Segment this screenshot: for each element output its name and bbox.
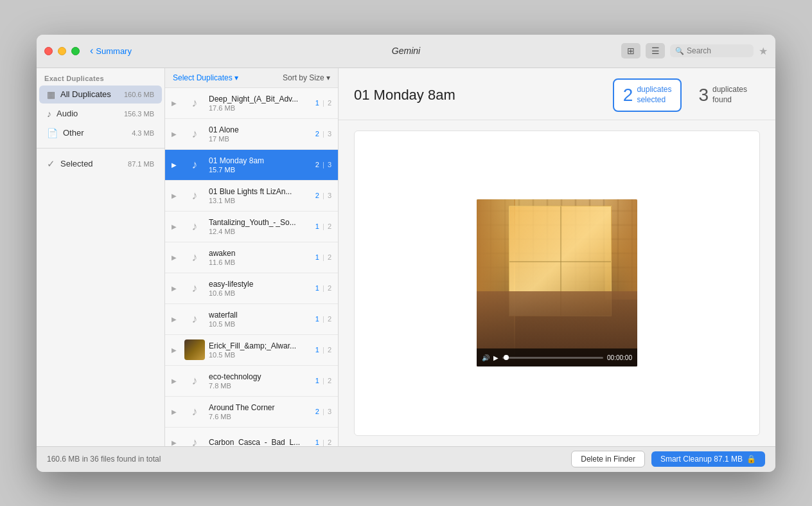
file-item-9[interactable]: ▶Erick_Fill_&amp;_Alwar...10.5 MB1 | 2: [165, 335, 338, 366]
expand-icon: ▶: [172, 192, 181, 199]
minimize-button[interactable]: [58, 47, 66, 55]
file-item-2[interactable]: ▶♪01 Alone17 MB2 | 3: [165, 119, 338, 150]
duplicates-found-box: 3 duplicates found: [689, 80, 760, 111]
expand-icon: ▶: [172, 377, 181, 384]
all-duplicates-size: 160.6 MB: [124, 91, 154, 98]
file-name: Deep_Night_(A_Bit_Adv...: [209, 95, 312, 104]
count-total: 2: [328, 315, 331, 323]
found-text: duplicates found: [712, 85, 751, 105]
select-duplicates-button[interactable]: Select Duplicates ▾: [173, 73, 238, 82]
music-note-icon: ♪: [192, 158, 198, 172]
count-total: 2: [328, 377, 331, 384]
status-text: 160.6 MB in 36 files found in total: [47, 455, 571, 464]
media-container: 🔊 ▶ 00:00:00: [354, 131, 760, 436]
file-size: 17.6 MB: [209, 104, 312, 112]
file-name: 01 Alone: [209, 125, 312, 134]
sidebar-item-all-duplicates[interactable]: ▦ All Duplicates 160.6 MB: [39, 86, 162, 104]
count-separator: |: [321, 222, 326, 230]
sidebar-item-label: All Duplicates: [60, 89, 119, 99]
count-total: 2: [328, 253, 331, 261]
sidebar-item-audio[interactable]: ♪ Audio 156.3 MB: [39, 105, 162, 123]
detail-title: 01 Monday 8am: [354, 87, 455, 104]
volume-icon[interactable]: 🔊: [482, 354, 490, 361]
expand-icon: ▶: [172, 254, 181, 261]
count-selected: 1: [315, 346, 319, 354]
selected-count: 2: [623, 85, 633, 105]
close-button[interactable]: [44, 47, 53, 55]
sidebar-item-other-label: Other: [63, 128, 127, 138]
titlebar-right: ⊞ ☰ 🔍 ★: [621, 43, 768, 59]
smart-cleanup-label: Smart Cleanup 87.1 MB: [660, 455, 743, 464]
file-item-3[interactable]: ▶♪01 Monday 8am15.7 MB2 | 3: [165, 150, 338, 181]
count-total: 2: [328, 99, 331, 107]
music-note-icon: ♪: [192, 282, 198, 295]
file-item-6[interactable]: ▶♪awaken11.6 MB1 | 2: [165, 242, 338, 273]
sidebar-item-other[interactable]: 📄 Other 4.3 MB: [39, 124, 162, 142]
count-selected: 2: [315, 192, 319, 199]
found-count: 3: [698, 85, 709, 105]
file-counts: 1 | 2: [315, 99, 331, 107]
file-item-4[interactable]: ▶♪01 Blue Lights ft LizAn...13.1 MB2 | 3: [165, 181, 338, 212]
fullscreen-button[interactable]: [71, 47, 80, 55]
music-note-icon: ♪: [192, 96, 198, 110]
file-info: 01 Monday 8am15.7 MB: [209, 156, 312, 174]
music-note-icon: ♪: [192, 189, 198, 203]
count-selected: 1: [315, 284, 319, 292]
expand-icon: ▶: [172, 161, 181, 168]
music-note-icon: ♪: [192, 312, 198, 326]
count-separator: |: [321, 161, 326, 168]
file-item-1[interactable]: ▶♪Deep_Night_(A_Bit_Adv...17.6 MB1 | 2: [165, 88, 338, 119]
file-item-8[interactable]: ▶♪waterfall10.5 MB1 | 2: [165, 304, 338, 335]
search-input[interactable]: [687, 46, 748, 55]
file-info: Deep_Night_(A_Bit_Adv...17.6 MB: [209, 95, 312, 112]
file-size: 7.6 MB: [209, 413, 312, 420]
progress-indicator: [504, 355, 509, 360]
app-window: ‹ Summary Gemini ⊞ ☰ 🔍 ★ Exact Duplicate…: [37, 35, 775, 472]
media-image: [477, 199, 637, 366]
back-button[interactable]: ‹ Summary: [90, 45, 132, 57]
sort-by-size-button[interactable]: Sort by Size ▾: [283, 73, 330, 82]
file-item-11[interactable]: ▶♪Around The Corner7.6 MB2 | 3: [165, 397, 338, 428]
file-info: Tantalizing_Youth_-_So...12.4 MB: [209, 218, 312, 235]
file-thumb: ♪: [184, 93, 205, 113]
media-preview: 🔊 ▶ 00:00:00: [477, 199, 637, 366]
count-separator: |: [321, 346, 326, 354]
smart-cleanup-button[interactable]: Smart Cleanup 87.1 MB 🔒: [651, 451, 765, 467]
search-bar[interactable]: 🔍: [670, 44, 754, 57]
play-button[interactable]: ▶: [493, 354, 499, 361]
file-thumb: ♪: [184, 216, 205, 237]
expand-icon: ▶: [172, 223, 181, 230]
expand-icon: ▶: [172, 347, 181, 354]
file-item-12[interactable]: ▶♪Carbon_Casca_-_Bad_L...1 | 2: [165, 428, 338, 446]
back-arrow-icon: ‹: [90, 45, 93, 57]
file-list: ▶♪Deep_Night_(A_Bit_Adv...17.6 MB1 | 2▶♪…: [165, 88, 338, 446]
file-thumb: ♪: [184, 154, 205, 175]
file-info: awaken11.6 MB: [209, 249, 312, 266]
file-info: Erick_Fill_&amp;_Alwar...10.5 MB: [209, 341, 312, 359]
grid-view-button[interactable]: ⊞: [621, 43, 640, 59]
file-item-5[interactable]: ▶♪Tantalizing_Youth_-_So...12.4 MB1 | 2: [165, 212, 338, 242]
list-view-button[interactable]: ☰: [646, 43, 665, 59]
other-icon: 📄: [47, 128, 58, 138]
count-total: 3: [328, 192, 331, 199]
count-total: 3: [328, 161, 331, 168]
file-item-7[interactable]: ▶♪easy-lifestyle10.6 MB1 | 2: [165, 273, 338, 304]
detail-content: 🔊 ▶ 00:00:00: [339, 120, 775, 446]
progress-bar[interactable]: [502, 357, 603, 359]
other-size: 4.3 MB: [132, 129, 154, 137]
file-counts: 2 | 3: [315, 161, 331, 168]
count-separator: |: [321, 253, 326, 261]
file-size: 10.5 MB: [209, 351, 312, 359]
detail-panel: 01 Monday 8am 2 duplicatesselected 3 dup…: [339, 68, 775, 446]
main-content: Exact Duplicates ▦ All Duplicates 160.6 …: [37, 68, 775, 446]
count-selected: 1: [315, 99, 319, 107]
file-item-10[interactable]: ▶♪eco-technology7.8 MB1 | 2: [165, 366, 338, 397]
file-name: waterfall: [209, 311, 312, 320]
favorite-icon[interactable]: ★: [759, 45, 768, 57]
delete-in-finder-button[interactable]: Delete in Finder: [571, 451, 645, 467]
expand-icon: ▶: [172, 316, 181, 323]
sidebar-item-audio-label: Audio: [57, 109, 119, 118]
count-separator: |: [321, 315, 326, 323]
file-name: easy-lifestyle: [209, 280, 312, 289]
count-total: 2: [328, 438, 331, 446]
